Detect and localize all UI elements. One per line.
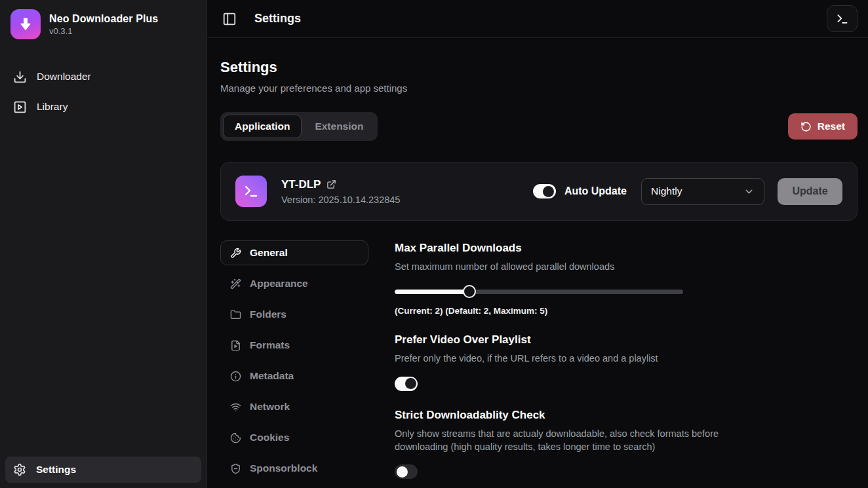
- setting-title: Strict Downloadablity Check: [395, 409, 858, 422]
- library-icon: [13, 100, 27, 114]
- slider-thumb[interactable]: [463, 285, 476, 298]
- slider-meta: (Current: 2) (Default: 2, Maximum: 5): [395, 306, 858, 316]
- settings-nav-metadata[interactable]: Metadata: [220, 364, 368, 388]
- external-link-icon[interactable]: [326, 179, 336, 189]
- toggle-knob: [543, 186, 554, 197]
- app-window: Neo Downloader Plus v0.3.1 Downloader Li…: [0, 0, 868, 488]
- reset-button[interactable]: Reset: [788, 113, 858, 140]
- sidebar: Neo Downloader Plus v0.3.1 Downloader Li…: [0, 0, 207, 488]
- setting-description: Only show streams that are actualy downl…: [395, 427, 730, 454]
- settings-nav-label: Cookies: [250, 432, 289, 443]
- settings-nav-folders[interactable]: Folders: [220, 302, 368, 327]
- settings-page: Settings Manage your preferences and app…: [207, 38, 868, 488]
- topbar-right: [827, 5, 858, 32]
- settings-nav-network[interactable]: Network: [220, 394, 368, 419]
- settings-nav-label: Network: [250, 401, 290, 413]
- settings-nav-label: Formats: [250, 339, 290, 351]
- settings-nav: General Appearance Folders: [220, 240, 368, 488]
- settings-nav-general[interactable]: General: [220, 240, 368, 265]
- app-version: v0.3.1: [49, 26, 158, 36]
- tab-application[interactable]: Application: [223, 115, 302, 138]
- page-subtitle: Manage your preferences and app settings: [220, 83, 858, 94]
- terminal-button[interactable]: [827, 5, 858, 32]
- page-title: Settings: [220, 59, 858, 76]
- toggle-knob: [397, 466, 408, 478]
- slider-track: [395, 290, 683, 294]
- main-area: Settings Settings Manage your preference…: [207, 0, 868, 488]
- tab-group: Application Extension: [220, 112, 378, 141]
- update-channel-select[interactable]: Nightly: [641, 178, 764, 205]
- ytdlp-badge: [235, 176, 267, 207]
- topbar: Settings: [207, 0, 868, 38]
- parallel-slider-fill: [395, 290, 469, 294]
- tab-extension[interactable]: Extension: [303, 115, 375, 138]
- update-button[interactable]: Update: [778, 178, 842, 205]
- ytdlp-controls: Auto Update Nightly Update: [533, 178, 842, 205]
- info-icon: [230, 371, 241, 382]
- setting-title: Max Parallel Downloads: [395, 242, 858, 255]
- sidebar-item-label: Settings: [36, 464, 76, 476]
- ytdlp-info: YT-DLP Version: 2025.10.14.232845: [281, 178, 400, 205]
- settings-nav-sponsorblock[interactable]: Sponsorblock: [220, 456, 368, 481]
- tabs-row: Application Extension Reset: [220, 112, 858, 141]
- strict-check-toggle[interactable]: [395, 464, 418, 479]
- sidebar-item-label: Library: [37, 101, 68, 113]
- chevron-down-icon: [743, 186, 755, 197]
- sidebar-toggle-button[interactable]: [218, 7, 241, 31]
- topbar-title: Settings: [254, 12, 301, 26]
- wand-sparkles-icon: [230, 278, 241, 290]
- sidebar-item-label: Downloader: [37, 71, 91, 83]
- update-channel-value: Nightly: [651, 185, 682, 197]
- sidebar-item-downloader[interactable]: Downloader: [5, 63, 201, 90]
- settings-nav-label: Metadata: [250, 370, 294, 382]
- ytdlp-card: YT-DLP Version: 2025.10.14.232845 Auto U…: [220, 162, 858, 221]
- prefer-video-toggle[interactable]: [395, 377, 418, 391]
- setting-title: Prefer Video Over Playlist: [395, 333, 858, 347]
- settings-nav-cookies[interactable]: Cookies: [220, 425, 368, 450]
- app-title-block: Neo Downloader Plus v0.3.1: [49, 13, 158, 36]
- settings-nav-label: Folders: [250, 309, 286, 320]
- parallel-downloads-slider[interactable]: [395, 285, 683, 298]
- settings-nav-formats[interactable]: Formats: [220, 333, 368, 358]
- setting-description: Set maximum number of allowed parallel d…: [395, 260, 730, 273]
- ytdlp-title: YT-DLP: [281, 178, 321, 191]
- sidebar-item-library[interactable]: Library: [5, 93, 201, 121]
- download-icon: [13, 70, 27, 84]
- setting-description: Prefer only the video, if the URL refers…: [395, 352, 730, 365]
- ytdlp-version: Version: 2025.10.14.232845: [281, 195, 400, 205]
- auto-update-label: Auto Update: [564, 185, 627, 197]
- setting-max-parallel-downloads: Max Parallel Downloads Set maximum numbe…: [395, 242, 858, 316]
- app-logo-row: Neo Downloader Plus v0.3.1: [5, 9, 201, 39]
- download-arrow-icon: [17, 16, 34, 33]
- file-video-icon: [230, 340, 241, 351]
- cookie-icon: [230, 432, 241, 443]
- app-title: Neo Downloader Plus: [49, 13, 158, 25]
- sidebar-spacer: [5, 121, 201, 457]
- auto-update-toggle[interactable]: [533, 184, 556, 198]
- gear-icon: [13, 463, 26, 476]
- toggle-knob: [405, 378, 416, 389]
- terminal-icon: [243, 183, 259, 199]
- terminal-icon: [836, 12, 849, 26]
- sidebar-item-settings[interactable]: Settings: [5, 457, 201, 483]
- folder-icon: [230, 309, 241, 320]
- rotate-ccw-icon: [800, 121, 812, 132]
- settings-nav-label: Appearance: [250, 278, 308, 290]
- settings-grid: General Appearance Folders: [220, 240, 858, 488]
- panel-left-icon: [222, 12, 237, 26]
- settings-panels: Max Parallel Downloads Set maximum numbe…: [395, 240, 858, 488]
- settings-nav-label: General: [250, 247, 288, 259]
- wifi-icon: [230, 402, 241, 413]
- settings-nav-label: Sponsorblock: [250, 462, 317, 474]
- shield-icon: [230, 463, 241, 474]
- app-logo: [10, 9, 41, 39]
- reset-button-label: Reset: [818, 121, 845, 132]
- sidebar-nav: Downloader Library: [5, 63, 201, 121]
- settings-nav-appearance[interactable]: Appearance: [220, 271, 368, 296]
- setting-strict-check: Strict Downloadablity Check Only show st…: [395, 409, 858, 479]
- wrench-icon: [230, 248, 241, 259]
- setting-prefer-video: Prefer Video Over Playlist Prefer only t…: [395, 333, 858, 390]
